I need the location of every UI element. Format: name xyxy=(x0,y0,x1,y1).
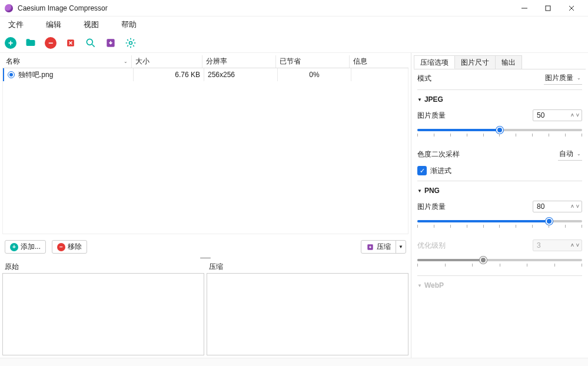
jpeg-quality-slider[interactable] xyxy=(417,125,582,141)
chevron-down-icon: ⌄ xyxy=(577,151,581,157)
col-header-name[interactable]: 名称⌄ xyxy=(2,55,132,68)
chevron-down-icon: ⌄ xyxy=(577,75,581,81)
spin-up-icon[interactable]: ᐱ xyxy=(571,113,574,118)
action-row: +添加... −移除 压缩 ▼ xyxy=(0,237,411,257)
mode-row: 模式 图片质量⌄ xyxy=(417,69,582,87)
png-quality-slider[interactable] xyxy=(417,217,582,232)
file-table: 名称⌄ 大小 分辨率 已节省 信息 独特吧.png 6.76 KB 256x25… xyxy=(2,55,408,234)
tab-compress-options[interactable]: 压缩选项 xyxy=(414,55,455,69)
remove-pill-button[interactable]: −移除 xyxy=(52,240,87,254)
preview-compressed-pane: 压缩 xyxy=(207,261,408,355)
jpeg-quality-label: 图片质量 xyxy=(417,111,533,121)
settings-button[interactable] xyxy=(124,36,138,50)
right-content: 模式 图片质量⌄ ▼JPEG 图片质量 50ᐱᐯ 色度二次采样 自动⌄ ✓ 渐进… xyxy=(411,69,588,358)
jpeg-section-header[interactable]: ▼JPEG xyxy=(417,92,582,107)
row-radio-icon[interactable] xyxy=(8,71,15,78)
title-bar: Caesium Image Compressor xyxy=(0,0,588,16)
file-info xyxy=(351,68,408,81)
col-header-saved[interactable]: 已节省 xyxy=(276,55,350,68)
menu-bar: 文件 编辑 视图 帮助 xyxy=(0,16,588,33)
status-bar xyxy=(0,358,588,366)
preview-original-label: 原始 xyxy=(2,261,204,273)
mode-select[interactable]: 图片质量⌄ xyxy=(544,72,582,85)
jpeg-chroma-label: 色度二次采样 xyxy=(417,149,558,159)
menu-view[interactable]: 视图 xyxy=(79,17,104,32)
webp-section-header[interactable]: ▼WebP xyxy=(417,278,582,292)
file-table-body: 独特吧.png 6.76 KB 256x256 0% xyxy=(2,68,408,234)
sort-indicator-icon: ⌄ xyxy=(124,59,128,64)
jpeg-quality-spinbox[interactable]: 50ᐱᐯ xyxy=(533,109,582,121)
png-quality-label: 图片质量 xyxy=(417,202,533,212)
file-saved: 0% xyxy=(278,68,351,81)
png-optlevel-slider xyxy=(417,255,582,271)
svg-point-5 xyxy=(87,39,92,45)
spin-down-icon[interactable]: ᐯ xyxy=(576,113,579,118)
spin-down-icon: ᐯ xyxy=(576,243,579,248)
png-optlevel-spinbox: 3ᐱᐯ xyxy=(533,239,582,251)
main-area: 名称⌄ 大小 分辨率 已节省 信息 独特吧.png 6.76 KB 256x25… xyxy=(0,53,588,358)
collapse-icon: ▼ xyxy=(417,97,422,102)
svg-line-6 xyxy=(92,44,95,46)
compress-button[interactable] xyxy=(104,36,118,50)
add-pill-button[interactable]: +添加... xyxy=(5,240,46,254)
col-header-info[interactable]: 信息 xyxy=(350,55,408,68)
jpeg-quality-row: 图片质量 50ᐱᐯ xyxy=(417,107,582,124)
png-section-header[interactable]: ▼PNG xyxy=(417,184,582,198)
compress-icon xyxy=(366,243,374,251)
spin-down-icon[interactable]: ᐯ xyxy=(576,204,579,209)
png-quality-spinbox[interactable]: 80ᐱᐯ xyxy=(533,201,582,212)
splitter-handle[interactable] xyxy=(0,257,411,261)
svg-point-8 xyxy=(129,41,132,44)
col-header-size[interactable]: 大小 xyxy=(132,55,202,68)
file-resolution: 256x256 xyxy=(204,68,278,81)
file-name: 独特吧.png xyxy=(18,70,53,80)
close-button[interactable] xyxy=(560,0,583,16)
file-table-header: 名称⌄ 大小 分辨率 已节省 信息 xyxy=(2,55,408,68)
window-title: Caesium Image Compressor xyxy=(18,4,108,12)
preview-original-box xyxy=(2,273,204,355)
right-tabs: 压缩选项 图片尺寸 输出 xyxy=(414,55,586,69)
tab-image-size[interactable]: 图片尺寸 xyxy=(454,55,496,69)
jpeg-chroma-select[interactable]: 自动⌄ xyxy=(558,148,582,161)
png-quality-row: 图片质量 80ᐱᐯ xyxy=(417,198,582,215)
collapse-icon: ▼ xyxy=(417,188,422,194)
toolbar: + − xyxy=(0,33,588,53)
png-optlevel-label: 优化级别 xyxy=(417,241,533,251)
compress-main-button[interactable]: 压缩 xyxy=(361,241,396,253)
open-folder-button[interactable] xyxy=(24,36,38,50)
preview-button[interactable] xyxy=(84,36,98,50)
col-header-resolution[interactable]: 分辨率 xyxy=(202,55,276,68)
spin-up-icon[interactable]: ᐱ xyxy=(571,204,574,209)
menu-edit[interactable]: 编辑 xyxy=(41,17,66,32)
remove-button[interactable]: − xyxy=(44,36,58,50)
jpeg-progressive-checkbox[interactable]: ✓ 渐进式 xyxy=(417,163,582,178)
menu-file[interactable]: 文件 xyxy=(4,17,28,32)
add-file-button[interactable]: + xyxy=(4,36,18,50)
svg-rect-1 xyxy=(546,6,550,11)
mode-label: 模式 xyxy=(417,74,544,84)
preview-area: 原始 压缩 xyxy=(0,261,411,358)
clear-list-button[interactable] xyxy=(64,36,78,50)
jpeg-chroma-row: 色度二次采样 自动⌄ xyxy=(417,145,582,163)
spin-up-icon: ᐱ xyxy=(571,243,574,248)
png-optlevel-row: 优化级别 3ᐱᐯ xyxy=(417,237,582,254)
maximize-button[interactable] xyxy=(536,0,560,16)
app-logo-icon xyxy=(5,4,13,12)
minimize-button[interactable] xyxy=(513,0,536,16)
table-row[interactable]: 独特吧.png 6.76 KB 256x256 0% xyxy=(3,68,408,81)
tab-output[interactable]: 输出 xyxy=(495,55,522,69)
compress-split-button[interactable]: 压缩 ▼ xyxy=(361,240,406,254)
checkbox-checked-icon: ✓ xyxy=(417,166,427,175)
preview-compressed-box xyxy=(207,273,408,355)
file-size: 6.76 KB xyxy=(134,68,204,81)
preview-compressed-label: 压缩 xyxy=(207,261,408,273)
left-panel: 名称⌄ 大小 分辨率 已节省 信息 独特吧.png 6.76 KB 256x25… xyxy=(0,53,411,358)
menu-help[interactable]: 帮助 xyxy=(117,17,141,32)
collapse-icon: ▼ xyxy=(417,283,422,288)
preview-original-pane: 原始 xyxy=(2,261,204,355)
right-panel: 压缩选项 图片尺寸 输出 模式 图片质量⌄ ▼JPEG 图片质量 50ᐱᐯ 色度… xyxy=(411,53,588,358)
compress-dropdown-button[interactable]: ▼ xyxy=(396,241,406,253)
